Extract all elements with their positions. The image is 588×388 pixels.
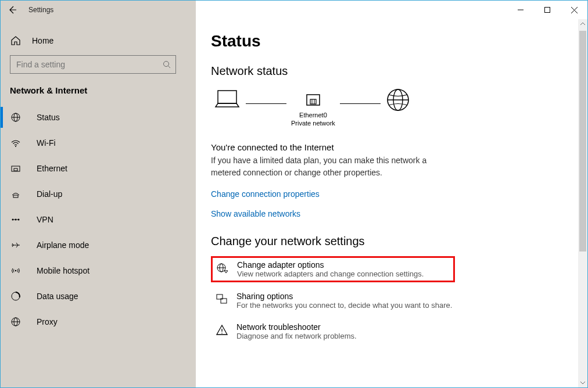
sidebar-item-wifi[interactable]: Wi-Fi <box>10 130 187 156</box>
network-type: Private network <box>291 120 335 127</box>
option-change-adapter[interactable]: Change adapter options View network adap… <box>211 256 455 282</box>
svg-point-18 <box>15 270 17 272</box>
scrollbar[interactable] <box>578 19 587 387</box>
search-box[interactable] <box>10 55 176 74</box>
sidebar-item-label: Airplane mode <box>37 240 89 250</box>
internet-node <box>385 87 411 132</box>
airplane-icon <box>10 240 21 250</box>
laptop-icon <box>213 88 241 112</box>
home-button[interactable]: Home <box>10 32 187 49</box>
svg-point-14 <box>15 219 17 221</box>
warning-icon <box>214 322 230 336</box>
option-title: Change adapter options <box>237 260 424 270</box>
sidebar-item-proxy[interactable]: Proxy <box>10 309 187 335</box>
option-title: Sharing options <box>236 292 452 301</box>
option-sharing[interactable]: Sharing options For the networks you con… <box>211 288 564 313</box>
close-button[interactable] <box>561 1 587 19</box>
svg-rect-25 <box>310 99 316 104</box>
sidebar-item-vpn[interactable]: VPN <box>10 207 187 232</box>
svg-point-13 <box>12 219 14 221</box>
sidebar-item-dialup[interactable]: Dial-up <box>10 181 187 207</box>
vpn-icon <box>10 214 21 225</box>
adapter-node: Ethernet0Private network <box>291 91 335 128</box>
connection-headline: You're connected to the Internet <box>211 142 564 152</box>
arrow-left-icon <box>8 5 17 15</box>
globe-icon <box>10 112 21 123</box>
home-icon <box>10 35 21 46</box>
sidebar-item-ethernet[interactable]: Ethernet <box>10 156 187 181</box>
sidebar: Home Network & Internet Status Wi-Fi <box>1 19 196 387</box>
search-icon <box>163 60 171 69</box>
close-icon <box>571 7 578 13</box>
proxy-icon <box>10 317 21 327</box>
sidebar-item-label: Wi-Fi <box>37 138 56 148</box>
page-title: Status <box>211 32 564 51</box>
dialup-icon <box>10 189 21 199</box>
option-troubleshooter[interactable]: Network troubleshooter Diagnose and fix … <box>211 319 564 344</box>
globe-icon <box>385 87 411 113</box>
sidebar-item-datausage[interactable]: Data usage <box>10 283 187 309</box>
sidebar-item-label: Data usage <box>37 292 78 301</box>
minimize-button[interactable] <box>507 1 534 19</box>
window-controls <box>507 1 587 19</box>
pc-node <box>213 88 241 131</box>
search-input[interactable] <box>15 59 155 70</box>
titlebar: Settings <box>1 1 587 19</box>
main-content: Status Network status Ethernet0Private n… <box>196 19 587 387</box>
sidebar-item-label: Proxy <box>37 317 58 326</box>
sidebar-item-hotspot[interactable]: Mobile hotspot <box>10 258 187 283</box>
minimize-icon <box>518 7 524 13</box>
svg-rect-12 <box>13 195 18 197</box>
sidebar-item-label: Ethernet <box>37 164 67 173</box>
sidebar-item-status[interactable]: Status <box>10 105 187 130</box>
adapter-name: Ethernet0 <box>299 112 327 118</box>
svg-rect-11 <box>14 168 17 171</box>
connection-description: If you have a limited data plan, you can… <box>211 155 449 179</box>
settings-window: Settings Home Network & Internet <box>0 0 588 388</box>
sidebar-item-airplane[interactable]: Airplane mode <box>10 232 187 258</box>
maximize-icon <box>544 7 550 13</box>
scroll-up-icon[interactable] <box>578 19 587 28</box>
link-show-available-networks[interactable]: Show available networks <box>211 209 300 218</box>
sidebar-item-label: VPN <box>37 215 53 224</box>
section-change-settings: Change your network settings <box>211 235 564 248</box>
back-button[interactable] <box>1 1 24 19</box>
hotspot-icon <box>10 265 21 276</box>
link-change-connection-properties[interactable]: Change connection properties <box>211 189 320 199</box>
svg-line-5 <box>168 66 171 69</box>
ethernet-adapter-icon <box>304 91 322 109</box>
option-desc: For the networks you connect to, decide … <box>236 301 452 310</box>
sidebar-item-label: Mobile hotspot <box>37 266 89 275</box>
svg-rect-23 <box>218 91 236 103</box>
window-title: Settings <box>28 6 53 14</box>
svg-point-4 <box>164 62 169 67</box>
maximize-button[interactable] <box>534 1 561 19</box>
wifi-icon <box>10 138 21 148</box>
svg-rect-1 <box>545 8 550 13</box>
scrollbar-thumb[interactable] <box>579 31 586 252</box>
section-network-status: Network status <box>211 64 564 78</box>
svg-point-9 <box>15 146 16 147</box>
svg-rect-24 <box>307 95 320 105</box>
connection-line <box>340 103 381 104</box>
ethernet-icon <box>10 163 21 174</box>
connection-line <box>246 103 286 104</box>
svg-point-15 <box>18 219 20 221</box>
category-heading: Network & Internet <box>10 84 187 96</box>
sidebar-item-label: Dial-up <box>37 189 62 199</box>
data-usage-icon <box>10 291 21 301</box>
adapter-options-icon <box>215 260 230 274</box>
sharing-icon <box>214 292 230 306</box>
home-label: Home <box>32 36 53 45</box>
svg-point-37 <box>221 332 223 333</box>
option-title: Network troubleshooter <box>236 322 357 332</box>
option-desc: Diagnose and fix network problems. <box>236 332 357 340</box>
network-diagram: Ethernet0Private network <box>213 87 564 132</box>
scroll-down-icon[interactable] <box>578 378 587 387</box>
sidebar-item-label: Status <box>37 113 60 122</box>
option-desc: View network adapters and change connect… <box>237 270 424 278</box>
